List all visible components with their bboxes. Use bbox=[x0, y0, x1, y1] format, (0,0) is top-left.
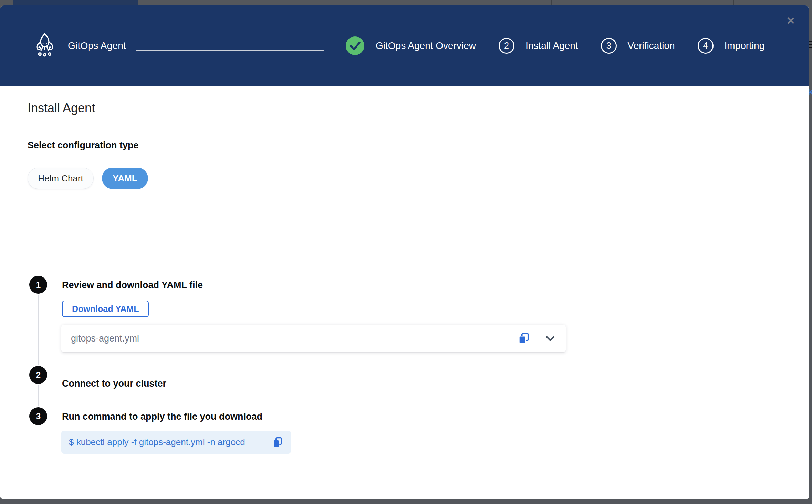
tab-separator bbox=[218, 0, 218, 5]
yaml-file-panel[interactable]: gitops-agent.yml bbox=[61, 325, 566, 352]
chevron-down-icon[interactable] bbox=[544, 333, 556, 344]
stepper-item-install-agent[interactable]: 2 Install Agent bbox=[499, 38, 578, 54]
tab-separator bbox=[551, 0, 552, 5]
stepper-item-importing[interactable]: 4 Importing bbox=[698, 38, 765, 54]
tab-separator bbox=[733, 0, 734, 5]
stepper-label: Verification bbox=[628, 40, 675, 51]
step-connector-line bbox=[38, 295, 39, 365]
yaml-filename: gitops-agent.yml bbox=[71, 333, 518, 344]
header-divider-line bbox=[136, 50, 324, 51]
wizard-header: ✕ bbox=[0, 5, 809, 86]
step-connector-line bbox=[38, 385, 39, 406]
stepper-item-overview[interactable]: GitOps Agent Overview bbox=[345, 36, 476, 55]
brand: GitOps Agent bbox=[33, 5, 126, 86]
wizard-title: GitOps Agent bbox=[68, 40, 126, 51]
step-number-circle: 4 bbox=[698, 38, 714, 54]
stepper-label: Importing bbox=[725, 40, 765, 51]
screen: K ✕ bbox=[0, 0, 812, 504]
config-type-label: Select configuration type bbox=[28, 140, 139, 151]
step-number-circle: 3 bbox=[601, 38, 617, 54]
background-browser-strip bbox=[0, 0, 812, 5]
background-right-edge: K bbox=[809, 5, 812, 499]
background-active-tab bbox=[13, 0, 138, 5]
stepper-label: GitOps Agent Overview bbox=[376, 40, 476, 51]
stepper-label: Install Agent bbox=[525, 40, 578, 51]
wizard-stepper: GitOps Agent Overview 2 Install Agent 3 … bbox=[345, 5, 764, 86]
step-1-heading: Review and download YAML file bbox=[62, 280, 203, 291]
stepper-item-verification[interactable]: 3 Verification bbox=[601, 38, 675, 54]
clipped-text-fragment: K bbox=[809, 87, 812, 98]
check-circle-icon bbox=[345, 36, 365, 55]
step-number-circle: 2 bbox=[499, 38, 514, 54]
tab-separator bbox=[363, 0, 363, 5]
step-3-heading: Run command to apply the file you downlo… bbox=[62, 411, 262, 422]
yaml-option[interactable]: YAML bbox=[102, 168, 148, 189]
gitops-agent-wizard-modal: ✕ bbox=[0, 5, 809, 499]
gitops-agent-logo-icon bbox=[33, 32, 57, 59]
close-icon[interactable]: ✕ bbox=[784, 14, 798, 28]
kubectl-command-box: $ kubectl apply -f gitops-agent.yml -n a… bbox=[61, 431, 291, 454]
step-2-heading: Connect to your cluster bbox=[62, 378, 166, 389]
kubectl-command-text: $ kubectl apply -f gitops-agent.yml -n a… bbox=[69, 437, 272, 448]
copy-icon[interactable] bbox=[518, 332, 530, 345]
copy-icon[interactable] bbox=[272, 437, 283, 448]
helm-chart-option[interactable]: Helm Chart bbox=[28, 168, 94, 189]
step-3-badge: 3 bbox=[29, 407, 47, 425]
step-1-badge: 1 bbox=[29, 276, 47, 294]
download-yaml-button[interactable]: Download YAML bbox=[62, 301, 149, 317]
page-title: Install Agent bbox=[28, 101, 95, 115]
step-2-badge: 2 bbox=[29, 366, 47, 384]
config-type-toggle: Helm Chart YAML bbox=[28, 168, 148, 189]
wizard-body: Install Agent Select configuration type … bbox=[0, 86, 809, 499]
